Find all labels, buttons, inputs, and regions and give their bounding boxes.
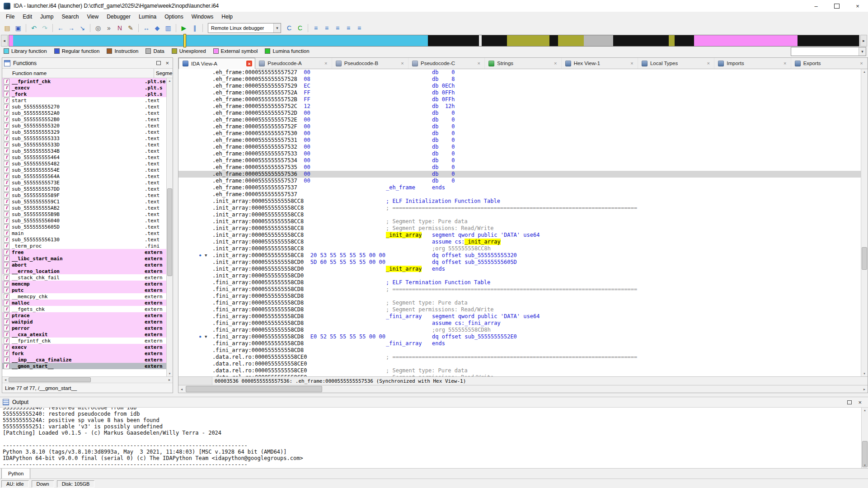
output-close-button[interactable]: × <box>858 399 862 406</box>
disasm-line[interactable]: .eh_frame:0000555555557536 00db 0 <box>178 171 861 178</box>
function-row[interactable]: fsub_555555555270.text <box>2 103 173 110</box>
tab-hex-view-1[interactable]: Hex View-1× <box>562 58 638 69</box>
column-segment[interactable]: Segme <box>154 70 173 76</box>
disasm-line[interactable]: .eh_frame:0000555555557527 00db 0 <box>178 69 861 76</box>
scrollbar-thumb[interactable] <box>9 377 91 382</box>
function-row[interactable]: f_term_proc.fini <box>2 243 173 249</box>
tab-close-icon[interactable]: × <box>399 61 405 66</box>
disasm-line[interactable]: .data.rel.ro:0000555555558CE0; Segment t… <box>178 367 861 374</box>
disasm-line[interactable]: .init_array:0000555555558CC8_init_arrays… <box>178 232 861 239</box>
disasm-line[interactable]: .fini_array:0000555555558CD8; ==========… <box>178 286 861 293</box>
tab-pseudocode-b[interactable]: Pseudocode-B× <box>332 58 408 69</box>
function-row[interactable]: fsub_5555555559C1.text <box>2 198 173 205</box>
open-structures-icon[interactable]: ≡ <box>310 23 321 33</box>
disasm-line[interactable]: .fini_array:0000555555558CD8_fini_arrays… <box>178 313 861 320</box>
menu-lumina[interactable]: Lumina <box>135 13 160 21</box>
disasm-line[interactable]: .fini_array:0000555555558CD8assume cs:_f… <box>178 320 861 327</box>
menu-debugger[interactable]: Debugger <box>103 13 135 21</box>
maximize-button[interactable] <box>826 0 847 12</box>
flow-chart-icon[interactable]: ▥ <box>163 23 174 33</box>
output-float-button[interactable] <box>847 400 852 404</box>
scroll-right-icon[interactable]: ▸ <box>166 377 173 383</box>
menu-windows[interactable]: Windows <box>188 13 218 21</box>
open-enums-icon[interactable]: ≡ <box>321 23 332 33</box>
tab-close-icon[interactable]: × <box>629 61 635 66</box>
navigate-back-icon[interactable]: ← <box>55 23 66 33</box>
disasm-line[interactable]: .eh_frame:000055555555752E 00db 0 <box>178 117 861 123</box>
disasm-line[interactable]: .data.rel.ro:0000555555558CE0 <box>178 361 861 367</box>
function-row[interactable]: fperrorextern <box>2 325 173 331</box>
tab-close-icon[interactable]: × <box>476 61 482 66</box>
navigator-filter-select[interactable]: ▾ <box>791 47 866 56</box>
scroll-up-icon[interactable]: ▴ <box>167 79 173 83</box>
disasm-line[interactable]: .eh_frame:0000555555557530 00db 0 <box>178 130 861 137</box>
disasm-line[interactable]: .init_array:0000555555558CC8assume cs:_i… <box>178 239 861 245</box>
listing-vertical-scrollbar[interactable]: ▴ ▾ <box>861 69 868 376</box>
scrollbar-thumb[interactable] <box>167 188 172 276</box>
disasm-line[interactable]: .eh_frame:0000555555557534 00db 0 <box>178 157 861 164</box>
tab-close-icon[interactable]: × <box>553 61 558 66</box>
function-row[interactable]: fexecvextern <box>2 344 173 350</box>
scroll-right-icon[interactable]: ▸ <box>861 385 868 393</box>
disasm-line[interactable]: .eh_frame:0000555555557528 08db 8 <box>178 76 861 83</box>
function-row[interactable]: fsub_5555555552A0.text <box>2 110 173 116</box>
search-text-icon[interactable]: ◎ <box>93 23 103 33</box>
disasm-line[interactable]: ●▼.fini_array:0000555555558CD8 E0 52 55 … <box>178 333 861 340</box>
disasm-line[interactable]: .fini_array:0000555555558CD8; Segment pe… <box>178 306 861 313</box>
function-row[interactable]: fsub_55555555573E.text <box>2 179 173 186</box>
disasm-line[interactable]: .fini_array:0000555555558CD8; Segment ty… <box>178 300 861 306</box>
disasm-line[interactable]: .eh_frame:0000555555557532 00db 0 <box>178 144 861 150</box>
disasm-line[interactable]: .init_array:0000555555558CC8; Segment ty… <box>178 218 861 225</box>
rename-icon[interactable]: N <box>114 23 125 33</box>
function-row[interactable]: fptraceextern <box>2 312 173 319</box>
disasm-line[interactable]: ●▼.init_array:0000555555558CC8 20 53 55 … <box>178 252 861 259</box>
function-row[interactable]: fsub_555555556040.text <box>2 217 173 224</box>
function-row[interactable]: fsub_5555555552B0.text <box>2 116 173 122</box>
save-database-icon[interactable]: ▣ <box>13 23 23 33</box>
open-file-icon[interactable]: ▤ <box>2 23 13 33</box>
produce-c-file-icon[interactable]: C <box>284 23 295 33</box>
function-row[interactable]: fsub_55555555564A.text <box>2 173 173 179</box>
pause-process-icon[interactable]: ∥ <box>189 23 200 33</box>
scroll-down-icon[interactable]: ▾ <box>167 372 173 375</box>
tab-close-icon[interactable]: × <box>705 61 711 66</box>
close-button[interactable]: × <box>847 0 868 12</box>
menu-help[interactable]: Help <box>217 13 237 21</box>
listing-horizontal-scrollbar[interactable]: ◂ ▸ <box>178 385 868 393</box>
function-row[interactable]: fsub_55555555533D.text <box>2 141 173 148</box>
functions-vertical-scrollbar[interactable]: ▴▾ <box>166 78 173 376</box>
functions-float-button[interactable] <box>156 61 161 65</box>
disasm-line[interactable]: .eh_frame:000055555555752D 00db 0 <box>178 110 861 117</box>
function-row[interactable]: f_fork.plt.s <box>2 91 173 97</box>
disasm-line[interactable]: .eh_frame:0000555555557537 00db 0 <box>178 178 861 184</box>
disasm-line[interactable]: .eh_frame:0000555555557529 ECdb 0ECh <box>178 83 861 89</box>
disasm-line[interactable]: .init_array:0000555555558CD0 <box>178 272 861 279</box>
debugger-select[interactable]: Remote Linux debugger▾ <box>208 23 281 33</box>
function-row[interactable]: f__fgets_chkextern <box>2 306 173 312</box>
open-names-icon[interactable]: ≡ <box>343 23 354 33</box>
menu-search[interactable]: Search <box>57 13 83 21</box>
disasm-line[interactable]: .init_array:0000555555558CD0 5D 60 55 55… <box>178 259 861 266</box>
tab-local-types[interactable]: Local Types× <box>638 58 714 69</box>
disasm-line[interactable]: .eh_frame:0000555555557537 <box>178 191 861 198</box>
function-row[interactable]: fforkextern <box>2 350 173 357</box>
function-row[interactable]: fstart.text <box>2 97 173 103</box>
call-graph-icon[interactable]: ◆ <box>152 23 163 33</box>
function-row[interactable]: fputcextern <box>2 287 173 293</box>
function-row[interactable]: f__imp___cxa_finalizeextern <box>2 357 173 363</box>
menu-options[interactable]: Options <box>160 13 187 21</box>
function-row[interactable]: fsub_55555555554E.text <box>2 167 173 173</box>
tab-close-icon[interactable]: × <box>246 61 252 66</box>
function-row[interactable]: fsub_555555555B9B.text <box>2 211 173 217</box>
disasm-line[interactable]: .init_array:0000555555558CC8 <box>178 211 861 218</box>
function-row[interactable]: f__fprintf_chk.plt.se <box>2 78 173 84</box>
column-function-name[interactable]: Function name <box>2 69 154 78</box>
scrollbar-thumb[interactable] <box>186 386 322 392</box>
open-functions-icon[interactable]: ≡ <box>354 23 365 33</box>
redo-icon[interactable]: ↷ <box>39 23 50 33</box>
function-row[interactable]: fmallocextern <box>2 300 173 306</box>
function-row[interactable]: fmemcmpextern <box>2 281 173 287</box>
scroll-down-icon[interactable]: ▾ <box>861 372 868 375</box>
minimize-button[interactable]: – <box>806 0 826 12</box>
function-row[interactable]: fsub_555555555320.text <box>2 122 173 129</box>
